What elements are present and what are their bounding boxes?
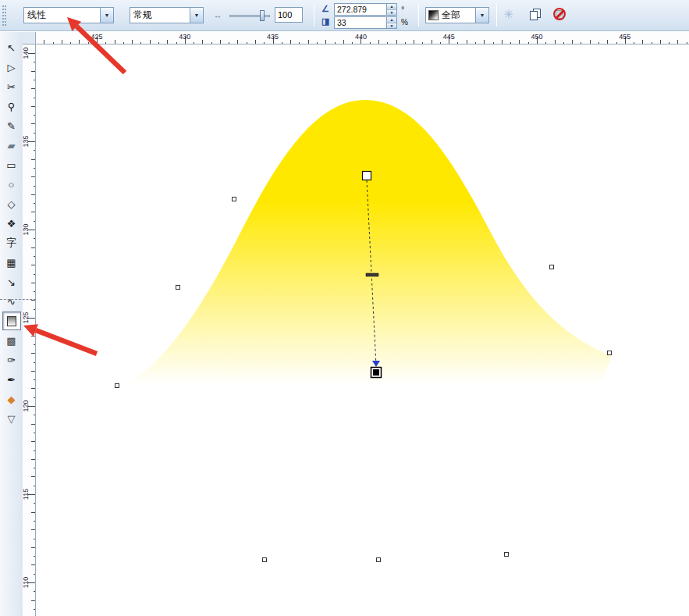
ruler-tick <box>669 42 669 44</box>
dimension-tool[interactable]: ↘ <box>2 272 21 291</box>
midpoint-value-input[interactable] <box>275 7 303 23</box>
ruler-tick <box>590 40 591 44</box>
pick-tool[interactable]: ↖ <box>2 38 21 57</box>
ruler-tick <box>167 40 168 44</box>
rectangle-tool[interactable]: ▭ <box>2 155 21 174</box>
ruler-tick <box>62 40 62 44</box>
gradient-range-dropdown[interactable]: 全部 ▼ <box>425 7 489 23</box>
ruler-tick <box>255 40 256 44</box>
spin-down-icon[interactable]: ▼ <box>387 23 396 29</box>
ruler-tick <box>34 574 35 575</box>
ruler-tick <box>31 176 35 177</box>
spin-up-icon[interactable]: ▲ <box>387 17 396 23</box>
eyedropper-tool[interactable]: ✑ <box>2 351 21 369</box>
crop-tool[interactable]: ✂ <box>2 77 21 96</box>
horizontal-ruler[interactable]: 425430435440445450455 <box>36 32 689 45</box>
ruler-tick <box>31 476 35 477</box>
ruler-tick <box>229 42 229 44</box>
ruler-tick <box>405 42 406 44</box>
chevron-down-icon[interactable]: ▼ <box>475 8 488 23</box>
transparency-tool[interactable]: ▽ <box>2 409 21 428</box>
spinner-buttons[interactable]: ▲ ▼ <box>386 17 396 28</box>
ruler-tick <box>237 40 238 44</box>
ruler-tick <box>34 221 35 222</box>
fill-type-value: 线性 <box>24 9 100 22</box>
angle-icon: ∠ <box>321 4 329 14</box>
outline-pen-tool[interactable]: ✒ <box>2 370 21 389</box>
ruler-label: 135 <box>22 132 30 151</box>
gradient-angle-input[interactable]: 272.879 ▲ ▼ <box>334 3 397 16</box>
zoom-tool[interactable]: ⚲ <box>2 97 21 116</box>
basic-shapes-tool[interactable]: ❖ <box>2 214 21 233</box>
slider-thumb[interactable] <box>260 10 265 21</box>
ruler-tick <box>115 40 115 44</box>
edge-pad-unit-label: % <box>401 18 408 27</box>
ruler-tick <box>581 42 581 44</box>
coreldraw-window: 线性 ▼ 常规 ▼ ↔ ∠ 272.879 ▲ ▼ ° ◨ 33 ▲ <box>0 0 689 616</box>
copy-fill-properties-icon[interactable] <box>529 8 543 22</box>
ruler-tick <box>343 40 344 44</box>
edge-pad-value: 33 <box>335 17 386 28</box>
interactive-fill-tool[interactable] <box>2 312 21 330</box>
edge-pad-input[interactable]: 33 ▲ ▼ <box>334 16 397 29</box>
ruler-origin-corner[interactable] <box>23 32 36 45</box>
fill-type-dropdown[interactable]: 线性 ▼ <box>23 7 114 23</box>
drawing-canvas[interactable] <box>36 45 689 616</box>
ruler-tick <box>519 40 520 44</box>
mesh-fill-tool[interactable]: ▩ <box>2 331 21 350</box>
ruler-tick <box>308 40 309 44</box>
ellipse-tool[interactable]: ○ <box>2 175 21 194</box>
smart-fill-tool[interactable]: ▰ <box>2 136 21 155</box>
ruler-tick <box>31 159 35 160</box>
ruler-tick <box>34 397 35 398</box>
fill-tool[interactable]: ◆ <box>2 390 21 408</box>
ruler-tick <box>79 40 80 44</box>
ruler-tick <box>34 433 35 433</box>
ruler-tick <box>34 62 35 62</box>
ruler-tick <box>34 362 35 363</box>
ruler-tick <box>31 123 35 124</box>
spin-down-icon[interactable]: ▼ <box>387 10 396 16</box>
chevron-down-icon[interactable]: ▼ <box>100 8 113 23</box>
ruler-tick <box>34 539 35 539</box>
ruler-tick <box>572 40 573 44</box>
table-tool[interactable]: ▦ <box>2 253 21 272</box>
text-tool[interactable]: 字 <box>2 233 21 252</box>
spin-up-icon[interactable]: ▲ <box>387 4 396 10</box>
ruler-tick <box>158 42 159 44</box>
spinner-buttons[interactable]: ▲ ▼ <box>386 4 396 15</box>
ruler-label: 455 <box>616 33 634 41</box>
ruler-tick <box>123 42 124 44</box>
ruler-label: 110 <box>22 573 30 592</box>
gradient-angle-value: 272.879 <box>335 4 386 15</box>
vertical-ruler[interactable]: 140135130125120115110 <box>23 45 36 616</box>
ruler-tick <box>34 450 35 451</box>
ruler-tick <box>299 42 300 44</box>
freehand-tool[interactable]: ✎ <box>2 116 21 135</box>
no-fill-icon[interactable] <box>552 7 567 22</box>
ruler-tick <box>150 40 151 44</box>
ruler-tick <box>370 42 371 44</box>
ruler-tracker-line <box>0 299 36 300</box>
ruler-tick <box>335 42 336 44</box>
polygon-tool[interactable]: ◇ <box>2 194 21 213</box>
ruler-tick <box>34 415 35 415</box>
toolbar-grip[interactable] <box>2 5 6 26</box>
ruler-tick <box>598 42 599 44</box>
edge-pad-icon: ◨ <box>321 16 329 27</box>
snowflake-icon[interactable]: ✳ <box>503 7 513 22</box>
toolbar-separator <box>314 5 314 27</box>
connector-tool[interactable]: ∿ <box>2 292 21 311</box>
ruler-label: 425 <box>87 33 106 41</box>
midpoint-slider-icon: ↔ <box>214 11 222 20</box>
midpoint-slider[interactable] <box>229 10 270 21</box>
ruler-label: 430 <box>176 33 194 41</box>
shape-tool[interactable]: ▷ <box>2 58 21 77</box>
ruler-label: 130 <box>22 220 30 239</box>
ruler-tick <box>493 42 494 44</box>
ruler-tick <box>70 42 71 44</box>
ruler-tick <box>387 42 388 44</box>
gradient-range-value: 全部 <box>439 9 475 22</box>
fill-style-dropdown[interactable]: 常规 ▼ <box>130 7 204 23</box>
chevron-down-icon[interactable]: ▼ <box>190 8 203 23</box>
